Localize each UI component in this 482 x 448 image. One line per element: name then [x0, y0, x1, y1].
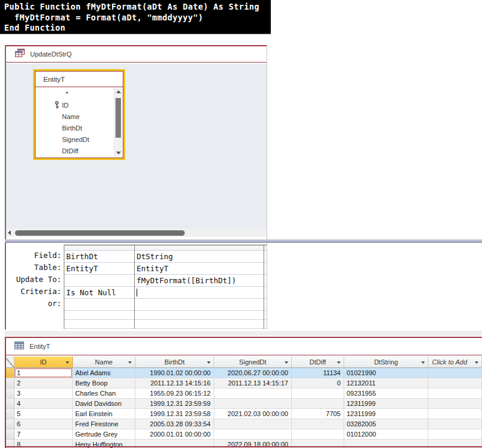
row-selector[interactable] — [5, 368, 14, 378]
qbe-cell-update_to[interactable] — [64, 275, 134, 287]
column-dropdown-icon[interactable] — [475, 361, 478, 364]
datasheet-cell[interactable]: David Davidson — [73, 399, 135, 409]
field-list-item-signeddt[interactable]: SignedDt — [36, 133, 113, 145]
column-header-dtdiff[interactable]: DtDiff — [292, 357, 344, 368]
datasheet-cell[interactable]: 01012000 — [344, 429, 428, 440]
datasheet-cell[interactable]: 7 — [14, 429, 73, 440]
datasheet-cell[interactable]: 7705 — [292, 409, 344, 419]
datasheet-cell[interactable]: 3 — [14, 388, 73, 399]
column-dropdown-icon[interactable] — [421, 361, 425, 364]
datasheet-cell[interactable]: 2011.12.13 14:15:17 — [214, 378, 292, 388]
qbe-cell-or[interactable] — [64, 299, 134, 311]
datasheet-cell-empty[interactable] — [428, 419, 482, 429]
datasheet-cell[interactable]: 2011.12.13 14:15:16 — [135, 378, 214, 388]
column-header-dtstring[interactable]: DtString — [344, 357, 428, 368]
column-dropdown-icon[interactable] — [66, 361, 69, 364]
pane-splitter[interactable] — [5, 239, 482, 243]
datasheet-cell[interactable]: 12132011 — [344, 378, 428, 388]
row-selector[interactable] — [5, 429, 14, 440]
row-selector[interactable] — [5, 409, 14, 419]
qbe-cell-table[interactable]: EntityT — [64, 263, 134, 275]
datasheet-cell[interactable]: 2021.02.03 00:00:00 — [214, 409, 292, 419]
datasheet-cell[interactable]: 4 — [14, 399, 73, 409]
datasheet-tab[interactable]: EntityT — [5, 338, 482, 355]
datasheet-cell[interactable]: Fred Firestone — [73, 419, 135, 429]
qbe-cell-criteria[interactable] — [135, 287, 264, 299]
column-dropdown-icon[interactable] — [128, 361, 132, 364]
datasheet-cell[interactable] — [214, 419, 292, 429]
datasheet-cell[interactable]: 03282005 — [344, 419, 428, 429]
field-list-scrollbar[interactable] — [114, 88, 122, 157]
qbe-cell-field[interactable]: BirthDt — [64, 251, 134, 263]
datasheet-cell[interactable] — [292, 388, 344, 399]
field-list-item-name[interactable]: Name — [36, 111, 113, 122]
datasheet-cell[interactable]: Gertrude Grey — [73, 429, 135, 440]
qbe-cell-empty[interactable] — [64, 320, 134, 329]
column-header-birthdt[interactable]: BirthDt — [135, 357, 214, 368]
qbe-cell-criteria[interactable]: Is Not Null — [64, 287, 134, 299]
qbe-column-selector[interactable] — [135, 245, 264, 251]
column-dropdown-icon[interactable] — [207, 361, 211, 364]
field-list[interactable]: EntityT *IDNameBirthDtSignedDtDtDiff — [33, 69, 125, 160]
field-list-title[interactable]: EntityT — [36, 72, 123, 87]
datasheet-cell[interactable]: 2 — [14, 378, 73, 388]
scroll-left-icon[interactable] — [8, 230, 11, 235]
row-selector[interactable] — [5, 419, 14, 429]
qbe-cell-empty[interactable] — [135, 311, 264, 320]
qbe-cell-field[interactable]: DtString — [135, 251, 264, 263]
column-header-add[interactable]: Click to Add — [428, 357, 482, 368]
datasheet-cell[interactable] — [214, 429, 292, 440]
row-selector[interactable] — [5, 378, 14, 388]
qbe-cell-table[interactable]: EntityT — [135, 263, 264, 275]
datasheet-cell[interactable] — [292, 419, 344, 429]
qbe-cell-update_to[interactable]: fMyDtFormat([BirthDt]) — [135, 275, 264, 287]
column-dropdown-icon[interactable] — [337, 361, 341, 364]
datasheet-cell-empty[interactable] — [428, 378, 482, 388]
datasheet-cell[interactable]: 01021990 — [344, 368, 428, 378]
scrollbar-track[interactable] — [114, 96, 122, 149]
datasheet-cell[interactable]: 2005.03.28 09:33:54 — [135, 419, 214, 429]
datasheet-cell[interactable]: 12311999 — [344, 399, 428, 409]
datasheet-cell[interactable] — [292, 399, 344, 409]
datasheet-cell-empty[interactable] — [428, 399, 482, 409]
datasheet-cell[interactable]: Abel Adams — [73, 368, 135, 378]
scrollbar-thumb[interactable] — [15, 230, 185, 236]
datasheet-cell[interactable] — [292, 429, 344, 440]
column-header-name[interactable]: Name — [73, 357, 135, 368]
datasheet-cell[interactable]: 5 — [14, 409, 73, 419]
datasheet-cell-empty[interactable] — [428, 388, 482, 399]
scroll-down-icon[interactable] — [116, 149, 121, 157]
datasheet-cell[interactable]: 2000.01.01 00:00:00 — [135, 429, 214, 440]
datasheet-cell[interactable]: 12311999 — [344, 409, 428, 419]
query-tab[interactable]: UpdateDtStrQ — [5, 46, 267, 63]
code-editor[interactable]: Public Function fMyDtFormat(aDt As Date)… — [0, 0, 271, 34]
datasheet-cell[interactable]: 1955.09.23 06:15:12 — [135, 388, 214, 399]
datasheet-cell[interactable]: 1999.12.31 23:59:58 — [135, 409, 214, 419]
datasheet-cell[interactable]: 1990.01.02 00:00:00 — [135, 368, 214, 378]
datasheet-cell-empty[interactable] — [428, 368, 482, 378]
qbe-cell-empty[interactable] — [64, 311, 134, 320]
row-selector[interactable] — [5, 399, 14, 409]
row-selector[interactable] — [5, 388, 14, 399]
column-header-id[interactable]: ID — [14, 357, 73, 368]
datasheet-cell[interactable]: 1 — [14, 368, 73, 378]
datasheet-cell-empty[interactable] — [428, 409, 482, 419]
field-list-item-dtdiff[interactable]: DtDiff — [36, 145, 113, 156]
datasheet-cell-empty[interactable] — [428, 429, 482, 440]
horizontal-scrollbar[interactable] — [6, 229, 267, 237]
qbe-column-selector[interactable] — [64, 245, 134, 251]
datasheet-cell[interactable] — [214, 399, 292, 409]
datasheet-cell[interactable]: Betty Boop — [73, 378, 135, 388]
datasheet-cell[interactable]: 2020.06.27 00:00:00 — [214, 368, 292, 378]
field-list-item-id[interactable]: ID — [36, 99, 113, 111]
datasheet-cell[interactable]: Charles Chan — [73, 388, 135, 399]
field-list-item-star[interactable]: * — [36, 88, 113, 99]
qbe-cell-or[interactable] — [135, 299, 264, 311]
column-dropdown-icon[interactable] — [285, 361, 288, 364]
datasheet-cell[interactable]: 11134 — [292, 368, 344, 378]
select-all-cell[interactable] — [5, 357, 14, 368]
scrollbar-thumb[interactable] — [116, 98, 121, 138]
datasheet-cell[interactable]: 0 — [292, 378, 344, 388]
datasheet-cell[interactable]: 1999.12.31 23:59:59 — [135, 399, 214, 409]
field-list-item-birthdt[interactable]: BirthDt — [36, 122, 113, 133]
